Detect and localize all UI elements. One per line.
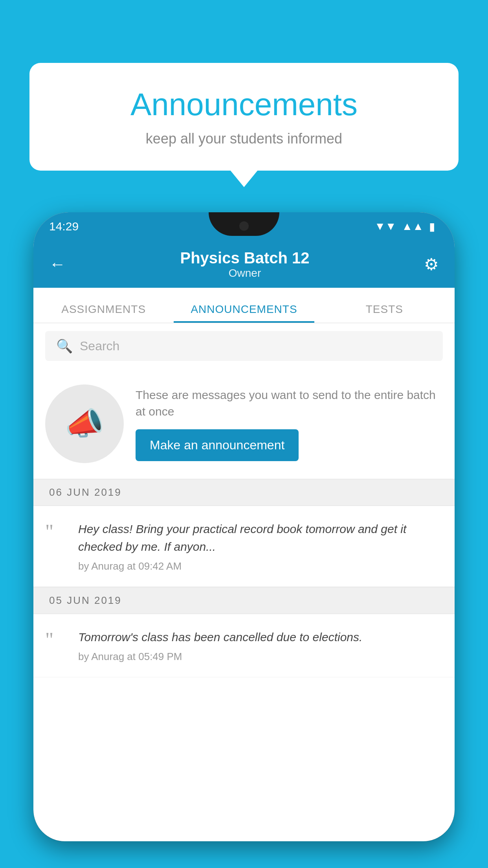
tab-tests[interactable]: TESTS (314, 303, 455, 323)
status-time: 14:29 (49, 220, 79, 233)
date-separator-2: 05 JUN 2019 (33, 587, 455, 614)
bubble-subtitle: keep all your students informed (61, 131, 427, 147)
quote-icon-1: " (45, 522, 69, 542)
megaphone-icon: 📣 (65, 405, 104, 442)
date-separator-1: 06 JUN 2019 (33, 479, 455, 506)
announcement-item-1[interactable]: " Hey class! Bring your practical record… (33, 506, 455, 587)
battery-icon: ▮ (429, 220, 435, 233)
app-bar-title: Physics Batch 12 (180, 249, 309, 267)
bubble-title: Announcements (61, 86, 427, 123)
tab-assignments[interactable]: ASSIGNMENTS (33, 303, 174, 323)
promo-right: These are messages you want to send to t… (136, 387, 443, 461)
make-announcement-button[interactable]: Make an announcement (136, 429, 299, 461)
camera (239, 221, 249, 231)
wifi-icon: ▼▼ (374, 220, 396, 233)
announcement-item-2[interactable]: " Tomorrow's class has been cancelled du… (33, 614, 455, 677)
phone-container: 14:29 ▼▼ ▲▲ ▮ ← Physics Batch 12 Owner ⚙ (33, 212, 455, 868)
settings-icon[interactable]: ⚙ (424, 255, 439, 274)
speech-bubble-container: Announcements keep all your students inf… (29, 63, 459, 171)
announcement-content-2: Tomorrow's class has been cancelled due … (78, 628, 443, 663)
announcement-promo: 📣 These are messages you want to send to… (33, 369, 455, 479)
screen-area: 14:29 ▼▼ ▲▲ ▮ ← Physics Batch 12 Owner ⚙ (33, 212, 455, 841)
app-bar: ← Physics Batch 12 Owner ⚙ (33, 241, 455, 288)
search-placeholder: Search (80, 339, 119, 353)
app-bar-center: Physics Batch 12 Owner (180, 249, 309, 280)
app-bar-subtitle: Owner (180, 267, 309, 280)
search-input-wrap[interactable]: 🔍 Search (45, 331, 443, 361)
tab-announcements[interactable]: ANNOUNCEMENTS (174, 303, 314, 323)
announcement-content-1: Hey class! Bring your practical record b… (78, 520, 443, 572)
search-bar: 🔍 Search (33, 323, 455, 369)
announcement-meta-2: by Anurag at 05:49 PM (78, 651, 443, 663)
search-icon: 🔍 (56, 338, 73, 354)
phone-frame: 14:29 ▼▼ ▲▲ ▮ ← Physics Batch 12 Owner ⚙ (33, 212, 455, 841)
announcement-meta-1: by Anurag at 09:42 AM (78, 560, 443, 572)
promo-description: These are messages you want to send to t… (136, 387, 443, 420)
status-icons: ▼▼ ▲▲ ▮ (374, 220, 435, 233)
tabs-bar: ASSIGNMENTS ANNOUNCEMENTS TESTS (33, 288, 455, 323)
signal-icon: ▲▲ (402, 220, 424, 233)
quote-icon-2: " (45, 630, 69, 650)
announcement-text-1: Hey class! Bring your practical record b… (78, 520, 443, 555)
promo-icon-circle: 📣 (45, 384, 124, 463)
back-button[interactable]: ← (49, 255, 66, 274)
speech-bubble: Announcements keep all your students inf… (29, 63, 459, 171)
announcement-text-2: Tomorrow's class has been cancelled due … (78, 628, 443, 646)
